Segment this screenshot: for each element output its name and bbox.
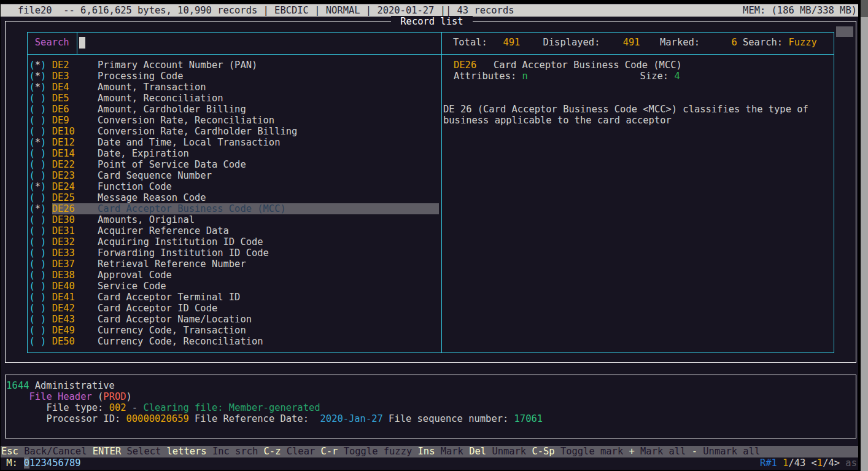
keybar-key: + [629,446,634,457]
stats-search-mode: Fuzzy [788,37,816,49]
preview-line-header: File Header (PROD) [29,391,132,402]
mark-paren-open: ( [29,159,35,170]
list-item-DE6[interactable]: ( ) DE6 Amount, Cardholder Billing [29,104,246,115]
mark-paren-close: ) [41,93,46,104]
processor-label: Processor ID: [46,413,120,424]
mark-paren-close: ) [41,236,46,247]
item-name: Amount, Transaction [98,82,206,93]
list-item-DE2[interactable]: (*) DE2 Primary Account Number (PAN) [29,60,258,71]
search-label-divider [77,32,77,55]
list-item-DE12[interactable]: (*) DE12 Date and Time, Local Transactio… [29,137,281,148]
list-item-DE50[interactable]: ( ) DE50 Currency Code, Reconciliation [29,336,263,347]
mark-paren-open: ( [29,292,35,303]
keybar-key: - [692,446,697,457]
mark-indicator-empty [35,281,41,292]
list-item-DE42[interactable]: ( ) DE42 Card Acceptor ID Code [29,303,218,314]
mti-code: 1644 [6,380,29,391]
mark-indicator-empty [35,192,41,203]
page-close: /4> [823,457,840,469]
mti-name: Administrative [35,380,115,391]
mark-indicator-empty [35,314,41,325]
list-item-DE38[interactable]: ( ) DE38 Approval Code [29,270,172,281]
filetype-desc: Clearing file: Member-generated [143,402,320,413]
scrollbar-thumb[interactable] [836,26,853,37]
list-item-DE37[interactable]: ( ) DE37 Retrieval Reference Number [29,259,246,270]
mark-paren-open: ( [29,281,35,292]
mark-paren-open: ( [29,93,35,104]
record-list-title: Record list [391,16,473,27]
item-code: DE43 [52,314,98,325]
item-code: DE6 [52,104,98,115]
pane-divider-vertical [441,32,442,353]
list-item-DE5[interactable]: ( ) DE5 Amount, Reconciliation [29,93,223,104]
list-item-DE14[interactable]: ( ) DE14 Date, Expiration [29,148,189,159]
item-name: Primary Account Number (PAN) [98,60,257,71]
item-name: Function Code [98,181,172,192]
marks-cursor-digit: 0 [24,457,29,469]
list-item-DE3[interactable]: (*) DE3 Processing Code [29,71,184,82]
stats-displayed-label: Displayed: [543,37,600,49]
preview-line-processor: Processor ID: 00000020659 File Reference… [46,413,543,424]
stats-marked-label: Marked: [660,37,700,49]
list-item-DE9[interactable]: ( ) DE9 Conversion Rate, Reconciliation [29,115,275,126]
list-item-DE23[interactable]: ( ) DE23 Card Sequence Number [29,170,212,181]
mark-paren-close: ) [41,192,46,203]
mark-indicator-empty [35,170,41,181]
keybinding-bar: Esc Back/Cancel ENTER Select letters Inc… [1,446,858,457]
list-item-DE4[interactable]: (*) DE4 Amount, Transaction [29,82,206,93]
item-code: DE4 [52,82,98,93]
mark-paren-open: ( [29,236,35,247]
list-item-DE31[interactable]: ( ) DE31 Acquirer Reference Data [29,225,229,236]
filetype-sep: - [132,402,138,413]
filetype-label: File type: [46,402,103,413]
item-name: Acquirer Reference Data [98,225,229,236]
list-item-DE26[interactable]: (*) DE26 Card Acceptor Business Code (MC… [29,203,286,214]
mark-paren-open: ( [29,225,35,236]
search-label: Search [35,37,69,49]
item-code: DE40 [52,281,98,292]
header-title: File Header [29,391,92,402]
size-label: Size: [640,71,668,82]
list-item-DE22[interactable]: ( ) DE22 Point of Service Data Code [29,159,246,170]
header-env: PROD [103,391,126,402]
mark-indicator: * [35,60,41,71]
list-item-DE32[interactable]: ( ) DE32 Acquiring Institution ID Code [29,236,263,247]
item-code: DE37 [52,259,98,270]
mark-indicator: * [35,71,41,82]
terminal-screen: file20 -- 6,616,625 bytes, 10,990 record… [1,4,858,470]
detail-code: DE26 [454,60,476,71]
item-code: DE24 [52,181,98,192]
item-name: Amount, Reconciliation [98,93,223,104]
list-item-DE40[interactable]: ( ) DE40 Service Code [29,281,166,292]
list-item-DE49[interactable]: ( ) DE49 Currency Code, Transaction [29,325,246,336]
mark-indicator-empty [35,93,41,104]
list-item-DE10[interactable]: ( ) DE10 Conversion Rate, Cardholder Bil… [29,126,298,137]
list-item-DE30[interactable]: ( ) DE30 Amounts, Original [29,214,195,225]
list-item-DE41[interactable]: ( ) DE41 Card Acceptor Terminal ID [29,292,241,303]
keybar-key: C-z [264,446,281,457]
mark-indicator: * [35,203,41,214]
mark-paren-close: ) [41,292,46,303]
item-name: Amount, Cardholder Billing [98,104,246,115]
mark-paren-close: ) [41,71,46,82]
item-name: Currency Code, Reconciliation [98,336,263,347]
mark-indicator-empty [35,259,41,270]
mark-paren-close: ) [41,336,46,347]
list-item-DE25[interactable]: ( ) DE25 Message Reason Code [29,192,206,203]
detail-header: DE26 Card Acceptor Business Code (MCC) [454,60,682,71]
item-name: Currency Code, Transaction [98,325,246,336]
keybar-key: Del [469,446,486,457]
filetype-value: 002 [109,402,126,413]
stats-search-label: Search: [743,37,783,49]
search-input[interactable] [78,33,441,54]
mark-paren-open: ( [29,104,35,115]
keybar-key: C-Sp [532,446,554,457]
mark-paren-open: ( [29,60,35,71]
list-item-DE43[interactable]: ( ) DE43 Card Acceptor Name/Location [29,314,252,325]
list-item-DE24[interactable]: (*) DE24 Function Code [29,181,172,192]
list-item-DE33[interactable]: ( ) DE33 Forwarding Institution ID Code [29,247,269,259]
position-current: 1 [783,457,788,469]
item-name: Card Acceptor Terminal ID [98,292,240,303]
window-scrollbar-track[interactable] [861,0,868,471]
marks-digits[interactable]: 0123456789 [24,457,81,469]
